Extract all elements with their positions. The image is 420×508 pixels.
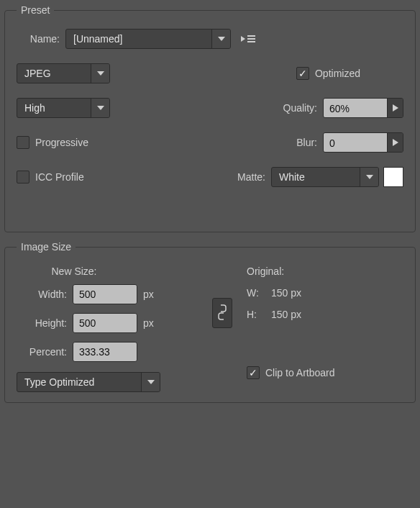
svg-marker-9 bbox=[366, 175, 373, 179]
quality-value[interactable]: 60% bbox=[324, 99, 387, 118]
blur-value[interactable]: 0 bbox=[324, 133, 387, 153]
svg-marker-7 bbox=[393, 104, 398, 112]
progressive-checkbox[interactable]: Progressive bbox=[17, 136, 88, 149]
icc-profile-checkbox[interactable]: ICC Profile bbox=[17, 171, 84, 183]
format-dropdown[interactable]: JPEG bbox=[17, 63, 110, 83]
checkmark-icon bbox=[296, 67, 309, 80]
image-size-legend: Image Size bbox=[17, 241, 76, 253]
constrain-proportions-toggle[interactable] bbox=[212, 298, 232, 328]
icc-profile-label: ICC Profile bbox=[35, 171, 84, 183]
height-label: Height: bbox=[17, 317, 67, 329]
quality-preset-dropdown[interactable]: High bbox=[17, 98, 110, 118]
checkmark-icon bbox=[247, 366, 260, 379]
original-height-label: H: bbox=[247, 309, 271, 320]
link-icon bbox=[218, 304, 227, 322]
progressive-label: Progressive bbox=[35, 137, 88, 148]
preset-name-dropdown[interactable]: [Unnamed] bbox=[65, 29, 231, 49]
svg-marker-8 bbox=[393, 139, 398, 146]
blur-stepper[interactable]: 0 bbox=[323, 132, 403, 153]
slider-arrow-icon[interactable] bbox=[387, 99, 403, 117]
blur-label: Blur: bbox=[268, 137, 317, 148]
svg-marker-10 bbox=[147, 380, 155, 384]
quality-label: Quality: bbox=[283, 102, 317, 114]
svg-marker-6 bbox=[97, 106, 104, 110]
new-size-label: New Size: bbox=[17, 266, 132, 277]
preset-name-value: [Unnamed] bbox=[66, 30, 211, 48]
clip-to-artboard-checkbox[interactable]: Clip to Artboard bbox=[247, 366, 335, 379]
chevron-down-icon bbox=[141, 373, 160, 391]
width-unit: px bbox=[143, 289, 154, 300]
chevron-down-icon bbox=[91, 64, 109, 83]
checkbox-empty-icon bbox=[17, 171, 29, 183]
slider-arrow-icon[interactable] bbox=[387, 133, 403, 152]
checkbox-empty-icon bbox=[17, 136, 29, 149]
matte-label: Matte: bbox=[222, 171, 265, 183]
width-label: Width: bbox=[17, 289, 67, 300]
matte-dropdown[interactable]: White bbox=[271, 167, 379, 187]
svg-marker-5 bbox=[97, 71, 104, 76]
original-width-label: W: bbox=[247, 287, 271, 299]
chevron-down-icon bbox=[211, 30, 230, 48]
optimized-checkbox[interactable]: Optimized bbox=[296, 67, 360, 80]
clip-to-artboard-label: Clip to Artboard bbox=[265, 367, 335, 378]
width-input[interactable]: 500 bbox=[73, 284, 137, 304]
quality-stepper[interactable]: 60% bbox=[323, 98, 403, 118]
svg-marker-1 bbox=[241, 36, 245, 42]
svg-marker-0 bbox=[218, 37, 225, 41]
original-width-value: 150 px bbox=[271, 287, 301, 299]
matte-color-swatch[interactable] bbox=[383, 167, 403, 187]
percent-label: Percent: bbox=[17, 346, 67, 358]
height-input[interactable]: 500 bbox=[73, 313, 137, 333]
preset-fieldset: Preset Name: [Unnamed] JPEG bbox=[4, 4, 416, 232]
chevron-down-icon bbox=[91, 99, 109, 117]
original-label: Original: bbox=[247, 266, 284, 277]
percent-input[interactable]: 333.33 bbox=[73, 342, 137, 362]
image-size-fieldset: Image Size New Size: Width: 500 px Heigh… bbox=[4, 241, 416, 403]
optimized-label: Optimized bbox=[315, 68, 360, 79]
name-label: Name: bbox=[17, 33, 60, 45]
height-unit: px bbox=[143, 317, 154, 329]
resample-value: Type Optimized bbox=[17, 373, 141, 391]
preset-legend: Preset bbox=[17, 4, 54, 16]
matte-value: White bbox=[272, 168, 360, 186]
chevron-down-icon bbox=[360, 168, 378, 186]
original-height-value: 150 px bbox=[271, 309, 301, 320]
resample-dropdown[interactable]: Type Optimized bbox=[17, 372, 160, 392]
preset-menu-flyout-icon[interactable] bbox=[238, 29, 258, 49]
format-value: JPEG bbox=[17, 64, 91, 83]
quality-preset-value: High bbox=[17, 99, 91, 117]
